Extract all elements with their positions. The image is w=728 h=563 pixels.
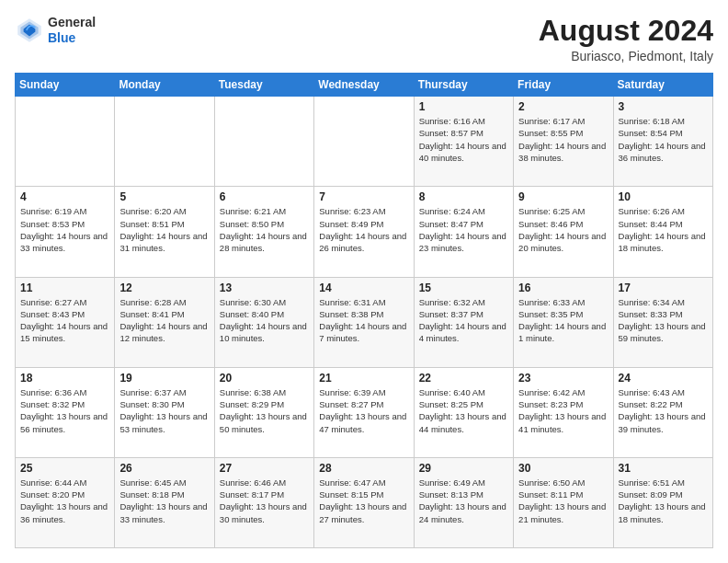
th-sunday: Sunday — [16, 74, 115, 97]
th-friday: Friday — [514, 74, 613, 97]
cell-info: Sunrise: 6:19 AM Sunset: 8:53 PM Dayligh… — [20, 205, 109, 254]
calendar-week-0: 1Sunrise: 6:16 AM Sunset: 8:57 PM Daylig… — [16, 97, 713, 187]
cell-info: Sunrise: 6:25 AM Sunset: 8:46 PM Dayligh… — [518, 205, 608, 254]
cell-info: Sunrise: 6:16 AM Sunset: 8:57 PM Dayligh… — [419, 115, 508, 164]
cell-info: Sunrise: 6:33 AM Sunset: 8:35 PM Dayligh… — [518, 296, 608, 345]
cell-date: 25 — [20, 462, 109, 475]
cell-info: Sunrise: 6:20 AM Sunset: 8:51 PM Dayligh… — [119, 205, 209, 254]
title-block: August 2024 Buriasco, Piedmont, Italy — [539, 15, 713, 63]
calendar-cell: 22Sunrise: 6:40 AM Sunset: 8:25 PM Dayli… — [414, 367, 513, 457]
cell-date: 30 — [518, 462, 608, 475]
calendar-cell: 11Sunrise: 6:27 AM Sunset: 8:43 PM Dayli… — [16, 277, 115, 367]
th-wednesday: Wednesday — [314, 74, 414, 97]
calendar-cell — [115, 97, 214, 187]
calendar-cell: 14Sunrise: 6:31 AM Sunset: 8:38 PM Dayli… — [314, 277, 414, 367]
calendar-cell: 4Sunrise: 6:19 AM Sunset: 8:53 PM Daylig… — [16, 187, 115, 277]
cell-info: Sunrise: 6:42 AM Sunset: 8:23 PM Dayligh… — [518, 386, 608, 435]
cell-date: 19 — [119, 372, 209, 385]
cell-date: 23 — [518, 372, 608, 385]
cell-date: 13 — [220, 282, 309, 294]
calendar-week-1: 4Sunrise: 6:19 AM Sunset: 8:53 PM Daylig… — [16, 187, 713, 277]
cell-date: 14 — [319, 282, 408, 294]
th-tuesday: Tuesday — [214, 74, 313, 97]
cell-info: Sunrise: 6:36 AM Sunset: 8:32 PM Dayligh… — [20, 386, 109, 435]
calendar-cell: 5Sunrise: 6:20 AM Sunset: 8:51 PM Daylig… — [115, 187, 214, 277]
calendar-cell: 18Sunrise: 6:36 AM Sunset: 8:32 PM Dayli… — [16, 367, 115, 457]
cell-info: Sunrise: 6:23 AM Sunset: 8:49 PM Dayligh… — [319, 205, 408, 254]
calendar-cell: 29Sunrise: 6:49 AM Sunset: 8:13 PM Dayli… — [414, 457, 513, 547]
calendar-cell: 27Sunrise: 6:46 AM Sunset: 8:17 PM Dayli… — [214, 457, 313, 547]
cell-info: Sunrise: 6:44 AM Sunset: 8:20 PM Dayligh… — [20, 477, 109, 525]
cell-info: Sunrise: 6:43 AM Sunset: 8:22 PM Dayligh… — [619, 386, 708, 435]
logo-text: General Blue — [48, 15, 96, 46]
th-saturday: Saturday — [613, 74, 712, 97]
calendar-cell: 20Sunrise: 6:38 AM Sunset: 8:29 PM Dayli… — [214, 367, 313, 457]
cell-date: 15 — [419, 282, 508, 294]
cell-date: 17 — [619, 282, 708, 294]
calendar-cell: 21Sunrise: 6:39 AM Sunset: 8:27 PM Dayli… — [314, 367, 414, 457]
cell-info: Sunrise: 6:39 AM Sunset: 8:27 PM Dayligh… — [319, 386, 408, 435]
cell-info: Sunrise: 6:31 AM Sunset: 8:38 PM Dayligh… — [319, 296, 408, 345]
calendar-cell: 24Sunrise: 6:43 AM Sunset: 8:22 PM Dayli… — [613, 367, 712, 457]
cell-info: Sunrise: 6:17 AM Sunset: 8:55 PM Dayligh… — [518, 115, 608, 164]
header: General Blue August 2024 Buriasco, Piedm… — [15, 15, 713, 63]
cell-date: 31 — [619, 462, 708, 475]
calendar-week-3: 18Sunrise: 6:36 AM Sunset: 8:32 PM Dayli… — [16, 367, 713, 457]
cell-date: 16 — [518, 282, 608, 294]
calendar-cell: 30Sunrise: 6:50 AM Sunset: 8:11 PM Dayli… — [514, 457, 613, 547]
cell-info: Sunrise: 6:49 AM Sunset: 8:13 PM Dayligh… — [419, 477, 508, 525]
cell-date: 24 — [619, 372, 708, 385]
cell-info: Sunrise: 6:26 AM Sunset: 8:44 PM Dayligh… — [619, 205, 708, 254]
cell-date: 2 — [518, 100, 608, 113]
cell-date: 1 — [419, 100, 508, 113]
cell-info: Sunrise: 6:18 AM Sunset: 8:54 PM Dayligh… — [619, 115, 708, 164]
calendar: Sunday Monday Tuesday Wednesday Thursday… — [15, 73, 713, 548]
logo-blue: Blue — [48, 30, 75, 45]
calendar-cell: 13Sunrise: 6:30 AM Sunset: 8:40 PM Dayli… — [214, 277, 313, 367]
cell-date: 22 — [419, 372, 508, 385]
cell-date: 3 — [619, 100, 708, 113]
cell-info: Sunrise: 6:46 AM Sunset: 8:17 PM Dayligh… — [220, 477, 309, 525]
cell-date: 9 — [518, 190, 608, 203]
calendar-cell: 7Sunrise: 6:23 AM Sunset: 8:49 PM Daylig… — [314, 187, 414, 277]
main-title: August 2024 — [539, 15, 713, 47]
logo: General Blue — [15, 15, 96, 46]
calendar-cell: 16Sunrise: 6:33 AM Sunset: 8:35 PM Dayli… — [514, 277, 613, 367]
calendar-cell: 31Sunrise: 6:51 AM Sunset: 8:09 PM Dayli… — [613, 457, 712, 547]
cell-info: Sunrise: 6:50 AM Sunset: 8:11 PM Dayligh… — [518, 477, 608, 525]
cell-date: 8 — [419, 190, 508, 203]
calendar-cell: 12Sunrise: 6:28 AM Sunset: 8:41 PM Dayli… — [115, 277, 214, 367]
cell-info: Sunrise: 6:30 AM Sunset: 8:40 PM Dayligh… — [220, 296, 309, 345]
cell-info: Sunrise: 6:34 AM Sunset: 8:33 PM Dayligh… — [619, 296, 708, 345]
cell-date: 27 — [220, 462, 309, 475]
cell-date: 26 — [119, 462, 209, 475]
calendar-cell: 1Sunrise: 6:16 AM Sunset: 8:57 PM Daylig… — [414, 97, 513, 187]
cell-date: 6 — [220, 190, 309, 203]
cell-info: Sunrise: 6:40 AM Sunset: 8:25 PM Dayligh… — [419, 386, 508, 435]
cell-date: 20 — [220, 372, 309, 385]
logo-general: General — [48, 15, 96, 29]
calendar-cell: 26Sunrise: 6:45 AM Sunset: 8:18 PM Dayli… — [115, 457, 214, 547]
calendar-week-4: 25Sunrise: 6:44 AM Sunset: 8:20 PM Dayli… — [16, 457, 713, 547]
cell-date: 18 — [20, 372, 109, 385]
cell-info: Sunrise: 6:28 AM Sunset: 8:41 PM Dayligh… — [119, 296, 209, 345]
cell-info: Sunrise: 6:27 AM Sunset: 8:43 PM Dayligh… — [20, 296, 109, 345]
calendar-cell: 19Sunrise: 6:37 AM Sunset: 8:30 PM Dayli… — [115, 367, 214, 457]
cell-date: 12 — [119, 282, 209, 294]
th-monday: Monday — [115, 74, 214, 97]
cell-info: Sunrise: 6:32 AM Sunset: 8:37 PM Dayligh… — [419, 296, 508, 345]
cell-date: 21 — [319, 372, 408, 385]
logo-icon — [15, 16, 44, 45]
calendar-cell — [16, 97, 115, 187]
calendar-cell: 28Sunrise: 6:47 AM Sunset: 8:15 PM Dayli… — [314, 457, 414, 547]
weekday-row: Sunday Monday Tuesday Wednesday Thursday… — [16, 74, 713, 97]
cell-info: Sunrise: 6:21 AM Sunset: 8:50 PM Dayligh… — [220, 205, 309, 254]
calendar-cell — [214, 97, 313, 187]
calendar-cell: 17Sunrise: 6:34 AM Sunset: 8:33 PM Dayli… — [613, 277, 712, 367]
calendar-cell: 15Sunrise: 6:32 AM Sunset: 8:37 PM Dayli… — [414, 277, 513, 367]
calendar-cell: 8Sunrise: 6:24 AM Sunset: 8:47 PM Daylig… — [414, 187, 513, 277]
calendar-cell: 3Sunrise: 6:18 AM Sunset: 8:54 PM Daylig… — [613, 97, 712, 187]
cell-date: 5 — [119, 190, 209, 203]
calendar-body: 1Sunrise: 6:16 AM Sunset: 8:57 PM Daylig… — [16, 97, 713, 548]
cell-info: Sunrise: 6:24 AM Sunset: 8:47 PM Dayligh… — [419, 205, 508, 254]
